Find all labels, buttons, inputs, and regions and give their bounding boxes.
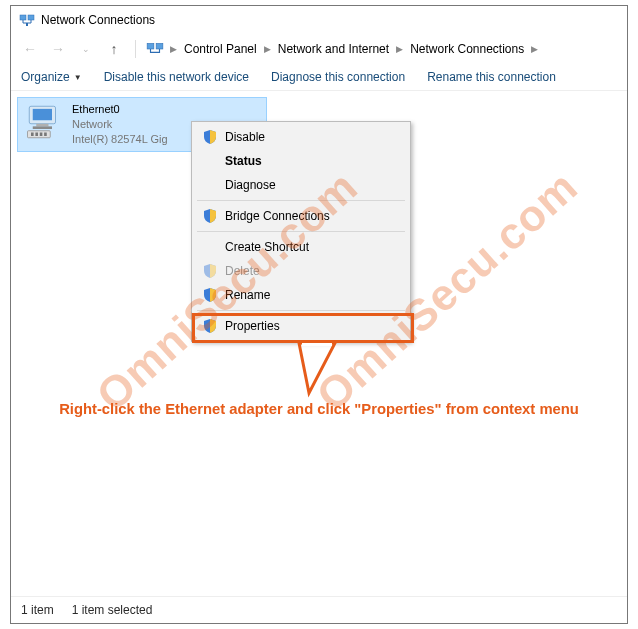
disable-device-button[interactable]: Disable this network device xyxy=(104,70,249,84)
chevron-right-icon: ▶ xyxy=(264,44,271,54)
shield-icon xyxy=(202,129,218,145)
breadcrumb-control-panel[interactable]: Control Panel xyxy=(181,40,260,58)
menu-separator xyxy=(197,231,405,232)
title-bar: Network Connections xyxy=(11,6,627,34)
svg-rect-3 xyxy=(147,43,154,49)
menu-item-shortcut[interactable]: Create Shortcut xyxy=(195,235,407,259)
adapter-details: Ethernet0 Network Intel(R) 82574L Gig xyxy=(72,102,168,147)
svg-rect-11 xyxy=(35,133,38,137)
svg-rect-12 xyxy=(40,133,43,137)
navigation-bar: ← → ⌄ ↑ ▶ Control Panel ▶ Network and In… xyxy=(11,34,627,64)
annotation-instruction: Right-click the Ethernet adapter and cli… xyxy=(25,401,613,417)
adapter-device: Intel(R) 82574L Gig xyxy=(72,132,168,147)
chevron-right-icon: ▶ xyxy=(170,44,177,54)
menu-item-bridge[interactable]: Bridge Connections xyxy=(195,204,407,228)
menu-item-delete: Delete xyxy=(195,259,407,283)
shield-icon xyxy=(202,208,218,224)
shield-icon xyxy=(202,318,218,334)
svg-rect-2 xyxy=(26,23,28,26)
network-connections-icon xyxy=(19,12,35,28)
svg-rect-4 xyxy=(156,43,163,49)
up-button[interactable]: ↑ xyxy=(103,38,125,60)
context-menu: Disable Status Diagnose Bridge Connectio… xyxy=(191,121,411,342)
separator xyxy=(135,40,136,58)
svg-rect-1 xyxy=(28,15,34,20)
svg-rect-7 xyxy=(36,124,48,127)
diagnose-button[interactable]: Diagnose this connection xyxy=(271,70,405,84)
svg-rect-10 xyxy=(31,133,34,137)
organize-menu[interactable]: Organize ▼ xyxy=(21,70,82,84)
menu-item-properties[interactable]: Properties xyxy=(195,314,407,338)
shield-icon xyxy=(202,263,218,279)
rename-button[interactable]: Rename this connection xyxy=(427,70,556,84)
command-bar: Organize ▼ Disable this network device D… xyxy=(11,64,627,91)
annotation-callout-tail xyxy=(289,343,349,399)
breadcrumb-network-connections[interactable]: Network Connections xyxy=(407,40,527,58)
menu-separator xyxy=(197,310,405,311)
status-bar: 1 item 1 item selected xyxy=(11,596,627,623)
ethernet-adapter-icon xyxy=(24,102,66,142)
menu-separator xyxy=(197,200,405,201)
menu-item-status[interactable]: Status xyxy=(195,149,407,173)
adapter-name: Ethernet0 xyxy=(72,102,168,117)
svg-rect-13 xyxy=(44,133,47,137)
svg-rect-8 xyxy=(33,126,52,129)
menu-item-disable[interactable]: Disable xyxy=(195,125,407,149)
status-selected-count: 1 item selected xyxy=(72,603,153,617)
svg-marker-15 xyxy=(302,343,332,346)
menu-item-rename[interactable]: Rename xyxy=(195,283,407,307)
network-connections-icon xyxy=(146,40,164,58)
address-bar[interactable]: ▶ Control Panel ▶ Network and Internet ▶… xyxy=(170,40,538,58)
window-frame: Network Connections ← → ⌄ ↑ ▶ Control Pa… xyxy=(10,5,628,624)
status-item-count: 1 item xyxy=(21,603,54,617)
chevron-right-icon: ▶ xyxy=(531,44,538,54)
svg-rect-0 xyxy=(20,15,26,20)
back-button[interactable]: ← xyxy=(19,38,41,60)
svg-marker-14 xyxy=(299,343,335,393)
adapter-status: Network xyxy=(72,117,168,132)
recent-dropdown[interactable]: ⌄ xyxy=(75,38,97,60)
chevron-down-icon: ▼ xyxy=(74,73,82,82)
chevron-right-icon: ▶ xyxy=(396,44,403,54)
content-area[interactable]: Ethernet0 Network Intel(R) 82574L Gig Di… xyxy=(11,91,627,578)
forward-button[interactable]: → xyxy=(47,38,69,60)
menu-item-diagnose[interactable]: Diagnose xyxy=(195,173,407,197)
shield-icon xyxy=(202,287,218,303)
breadcrumb-network-internet[interactable]: Network and Internet xyxy=(275,40,392,58)
window-title: Network Connections xyxy=(41,13,155,27)
svg-rect-9 xyxy=(28,131,51,138)
svg-rect-6 xyxy=(33,109,52,120)
